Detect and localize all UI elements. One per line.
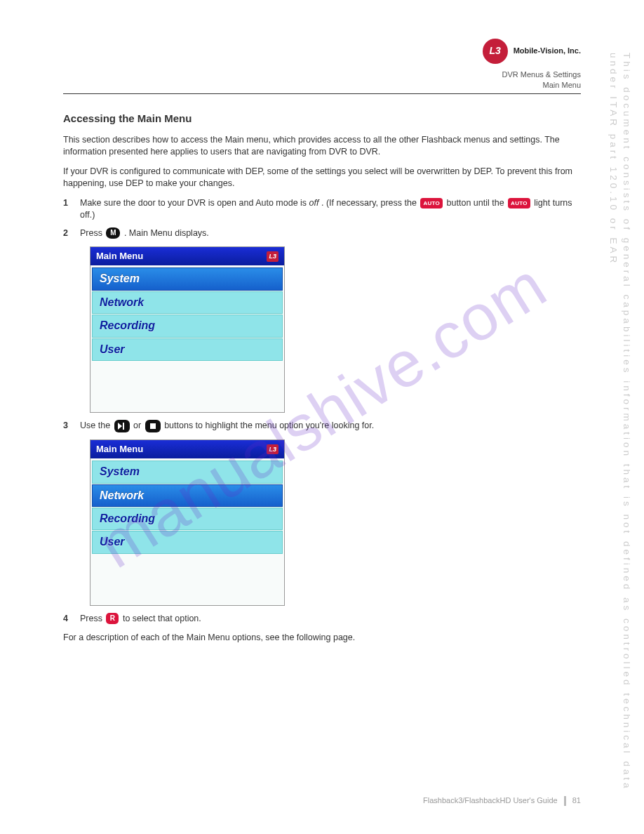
step1-text-b: . (If necessary, press the [321,198,419,208]
step-number: 3 [63,420,73,432]
step3-text-b: buttons to highlight the menu option you… [164,421,374,430]
menu-item-recording[interactable]: Recording [92,315,283,337]
menu-item-system[interactable]: System [92,461,283,483]
step1-text-c: button until the [447,198,507,208]
breadcrumb-top: DVR Menus & Settings [63,70,581,80]
auto-light-icon: AUTO [508,198,530,208]
step4-text-a: Press [80,614,105,623]
device-logo-icon: L3 [267,444,279,455]
page-header: Mobile-Vision, Inc. [63,39,581,64]
menu-item-user[interactable]: User [92,531,283,553]
step-number: 4 [63,613,73,626]
l3-logo-icon [483,39,508,64]
step2-text-b: . Main Menu displays. [124,228,209,238]
step1-off: off [309,198,319,208]
stop-icon [145,420,161,432]
device-header: Main Menu L3 [90,247,284,265]
step-2: 2 Press M . Main Menu displays. [63,227,581,240]
svg-rect-1 [123,423,124,430]
device-title: Main Menu [96,443,143,456]
company-name: Mobile-Vision, Inc. [514,46,581,56]
step3-or: or [133,421,144,430]
page-footer: Flashback3/FlashbackHD User's Guide 81 [423,795,581,806]
device-header: Main Menu L3 [90,440,284,458]
r-button-icon: R [106,613,119,624]
footer-page-number: 81 [572,796,581,805]
step-1: 1 Make sure the door to your DVR is open… [63,197,581,222]
section-title: Accessing the Main Menu [63,111,581,126]
savenote-paragraph: If your DVR is configured to communicate… [63,166,581,190]
step-number: 1 [63,197,73,210]
step4-text-b: to select that option. [123,614,201,623]
intro-paragraph: This section describes how to access the… [63,134,581,159]
footer-divider-icon [564,796,566,806]
footer-doc-title: Flashback3/FlashbackHD User's Guide [423,796,558,805]
next-track-icon [114,420,130,432]
step3-text-a: Use the [80,421,113,430]
device-logo-icon: L3 [267,251,279,262]
step-3: 3 Use the or buttons to highlight the me… [63,420,581,432]
step-number: 2 [63,227,73,240]
step-4: 4 Press R to select that option. [63,613,581,626]
device-screenshot-2: Main Menu L3 System Network Recording Us… [90,439,285,606]
device-screenshot-1: Main Menu L3 System Network Recording Us… [90,246,285,413]
breadcrumb: DVR Menus & Settings Main Menu [63,70,581,94]
menu-item-recording[interactable]: Recording [92,508,283,530]
menu-item-user[interactable]: User [92,338,283,361]
menu-item-system[interactable]: System [92,267,283,290]
menu-item-network[interactable]: Network [92,484,283,507]
closing-paragraph: For a description of each of the Main Me… [63,632,581,644]
svg-rect-2 [150,423,156,429]
auto-button-icon: AUTO [420,198,443,208]
menu-item-network[interactable]: Network [92,291,283,314]
device-title: Main Menu [96,250,143,263]
step2-text-a: Press [80,228,105,238]
step1-text-a: Make sure the door to your DVR is open a… [80,198,309,208]
svg-marker-0 [118,423,122,430]
m-button-icon: M [106,227,120,239]
breadcrumb-bottom: Main Menu [63,80,581,91]
